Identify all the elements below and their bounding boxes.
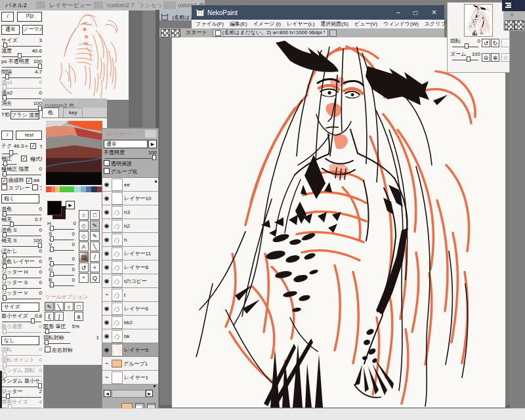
aa-checkbox[interactable]: ✓ bbox=[26, 178, 32, 184]
texture-name-button[interactable]: test bbox=[16, 131, 42, 140]
zoom-nav-slider[interactable] bbox=[452, 57, 478, 60]
layer-view-thumbnail[interactable] bbox=[47, 12, 125, 98]
move-tool-icon[interactable]: + bbox=[90, 262, 100, 272]
select-rect-tool-icon[interactable]: □ bbox=[90, 210, 100, 220]
alpha1-slider[interactable] bbox=[2, 85, 41, 89]
start-tab[interactable]: スタート bbox=[182, 29, 211, 37]
fill-tool-icon[interactable]: A bbox=[79, 242, 89, 251]
grouping-checkbox[interactable] bbox=[104, 168, 110, 174]
shape-pen-icon[interactable]: ✎ bbox=[45, 302, 54, 311]
h-slider[interactable] bbox=[49, 226, 74, 230]
shape-curve-icon[interactable]: ξ bbox=[45, 312, 54, 321]
layer-row[interactable]: ◉レイヤー6 bbox=[102, 302, 158, 316]
menu-edit[interactable]: 編集(E) bbox=[230, 20, 247, 28]
layer-row[interactable]: ~t bbox=[102, 288, 158, 302]
strong-correction-slider[interactable] bbox=[2, 172, 41, 175]
layer-row[interactable]: ◉レイヤー8 bbox=[102, 261, 158, 274]
correction-slider[interactable] bbox=[2, 161, 16, 165]
menu-file[interactable]: ファイル(F) bbox=[196, 20, 224, 28]
density-slider[interactable] bbox=[2, 54, 41, 57]
visibility-eye-icon[interactable]: ◉ bbox=[103, 305, 110, 312]
min-size-slider[interactable] bbox=[2, 319, 41, 322]
pattern-icon[interactable] bbox=[505, 20, 514, 30]
min-density-slider[interactable] bbox=[2, 329, 41, 333]
zoom-tool-icon[interactable]: Q bbox=[90, 273, 100, 283]
layer-view-scroll-strip[interactable] bbox=[129, 10, 142, 127]
brush-shape-button[interactable]: 円2 bbox=[17, 12, 42, 22]
visibility-eye-icon[interactable]: ◉ bbox=[103, 195, 110, 201]
t-invert-checkbox[interactable]: ✓ bbox=[30, 143, 36, 149]
pattern-icon[interactable] bbox=[514, 20, 524, 30]
menu-image[interactable]: イメージ (I) bbox=[253, 20, 281, 28]
layer-row-selected[interactable]: ◉レイヤー5 bbox=[102, 343, 158, 357]
shape-circle-icon[interactable]: ○ bbox=[64, 302, 74, 311]
custom1-collapse-button[interactable] bbox=[163, 1, 176, 9]
menu-layer[interactable]: レイヤー(L) bbox=[287, 20, 314, 28]
size-category-button[interactable]: サイズ bbox=[1, 303, 39, 312]
blend-normal-button[interactable]: 通常 bbox=[1, 25, 20, 35]
mix-slider[interactable] bbox=[2, 212, 41, 215]
visibility-eye-icon[interactable]: ◉ bbox=[103, 209, 110, 215]
random-min-size-slider[interactable] bbox=[2, 384, 41, 387]
visibility-eye-icon[interactable]: ◉ bbox=[103, 319, 110, 326]
document-tab[interactable]: (名前はまだない。2) w=800 h=1000 96dpi * bbox=[213, 29, 328, 37]
shape-pressure-slider[interactable] bbox=[44, 329, 70, 333]
layer-view-collapse-button[interactable] bbox=[94, 1, 103, 9]
random-rotation-slider[interactable] bbox=[2, 373, 41, 377]
erase-slider[interactable] bbox=[2, 106, 41, 110]
v-slider[interactable] bbox=[49, 247, 74, 251]
wand-tool-icon[interactable]: ╲ bbox=[90, 242, 100, 251]
mix-layer-slider[interactable] bbox=[2, 264, 41, 268]
taskbar[interactable] bbox=[0, 408, 525, 420]
shape-rect-icon[interactable]: □ bbox=[74, 302, 83, 311]
transparency-lock-checkbox[interactable] bbox=[104, 160, 110, 166]
scroll-up-icon[interactable]: ▲ bbox=[154, 178, 158, 183]
layer-group-row[interactable]: ~グループ1 bbox=[102, 357, 158, 371]
layer-row[interactable]: ◉h bbox=[102, 233, 158, 247]
refill-slider[interactable] bbox=[2, 222, 41, 226]
h-scrollbar[interactable] bbox=[112, 390, 146, 398]
layer-row[interactable]: ◉レイヤー10 bbox=[102, 192, 158, 205]
visibility-eye-icon[interactable]: ~ bbox=[103, 360, 110, 367]
opacity-slider[interactable] bbox=[2, 64, 41, 68]
shape-spline-icon[interactable]: ʃ bbox=[54, 312, 64, 321]
layer-row[interactable]: ◉ee bbox=[102, 178, 158, 192]
tab-color[interactable]: 色 bbox=[42, 108, 59, 117]
pattern-icon[interactable] bbox=[171, 29, 180, 37]
spray-checkbox[interactable] bbox=[1, 184, 7, 190]
curve-checkbox[interactable]: ✓ bbox=[1, 178, 7, 184]
color-palette[interactable] bbox=[46, 121, 102, 185]
visibility-eye-icon[interactable]: ◉ bbox=[103, 264, 110, 270]
stabilize-checkbox[interactable]: ✓ bbox=[21, 156, 27, 161]
texture-slider[interactable] bbox=[2, 151, 18, 154]
layer-row[interactable]: ◉h2 bbox=[102, 219, 158, 233]
visibility-eye-icon[interactable]: ◉ bbox=[103, 236, 110, 243]
layer-blend-select[interactable]: 通常 bbox=[104, 140, 148, 148]
rotation-slider[interactable] bbox=[2, 352, 41, 356]
scroll-right-button[interactable]: ▶ bbox=[146, 390, 153, 397]
primary-color-swatch[interactable] bbox=[47, 201, 62, 215]
navigator-thumbnail[interactable] bbox=[464, 4, 493, 37]
layer-row[interactable]: ◉bk2 bbox=[102, 316, 158, 329]
visibility-eye-icon[interactable]: ◉ bbox=[103, 278, 110, 284]
gradient-tool-icon[interactable]: ▤ bbox=[79, 252, 89, 262]
blur-slider[interactable] bbox=[2, 254, 41, 257]
brush-tool-icon[interactable]: ✎ bbox=[90, 220, 100, 230]
jitter-h-slider[interactable] bbox=[2, 275, 41, 278]
layer-row[interactable]: ◉bk bbox=[102, 329, 158, 343]
eraser-soft-tool-icon[interactable]: ◇ bbox=[79, 231, 89, 241]
brush-slot-button[interactable]: / bbox=[1, 12, 14, 22]
visibility-eye-icon[interactable]: ~ bbox=[103, 374, 110, 381]
stamp-tool-icon[interactable]: * bbox=[79, 273, 89, 283]
layer-row[interactable]: ◉h3 bbox=[102, 205, 158, 219]
t-mode-button[interactable]: ブラシ 濃度 bbox=[10, 111, 39, 119]
color-swatch-strip[interactable] bbox=[46, 186, 102, 192]
brush-circle-checkbox[interactable] bbox=[32, 184, 38, 190]
palette-expand-button[interactable]: ▶ bbox=[66, 201, 75, 209]
size-slider[interactable] bbox=[2, 43, 41, 47]
g-slider[interactable] bbox=[49, 272, 74, 276]
canvas-artwork[interactable] bbox=[172, 37, 505, 408]
zoom-out-button[interactable]: ⊖ bbox=[482, 53, 490, 62]
eyedropper-tool-icon[interactable]: / bbox=[90, 252, 100, 262]
visibility-eye-icon[interactable]: ~ bbox=[103, 291, 110, 298]
